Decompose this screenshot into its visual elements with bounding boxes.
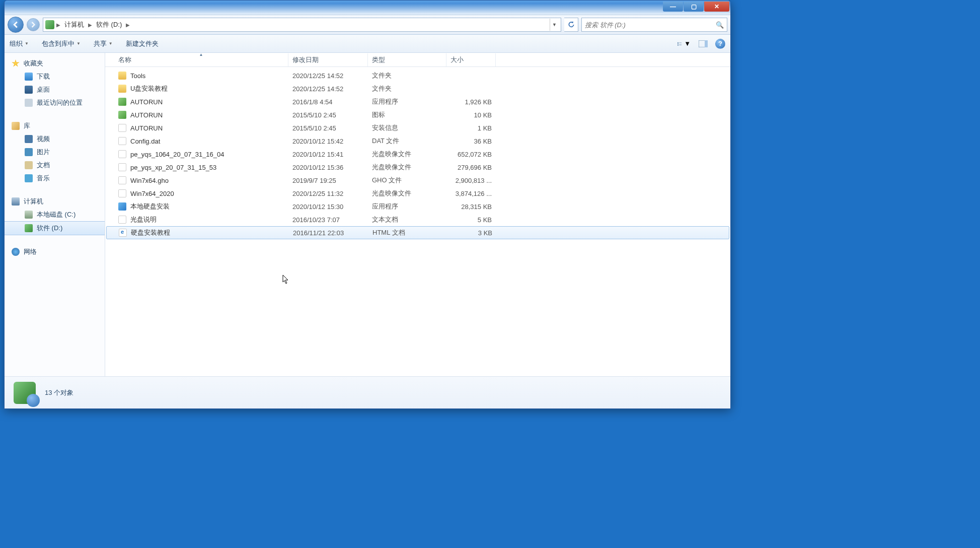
sidebar-item-label: 音乐 [37,174,50,183]
sidebar-item-desktop[interactable]: 桌面 [5,83,105,96]
sidebar-item-recent[interactable]: 最近访问的位置 [5,96,105,109]
file-type: 图标 [368,110,446,119]
file-row[interactable]: 光盘说明2016/10/23 7:07文本文档5 KB [105,213,730,226]
file-type: 应用程序 [368,97,446,106]
file-row[interactable]: Win7x64.gho2019/9/7 19:25GHO 文件2,900,813… [105,174,730,187]
file-size: 5 KB [446,216,496,224]
search-box[interactable]: 🔍 [581,18,727,32]
sidebar-item-documents[interactable]: 文档 [5,159,105,172]
column-header-date[interactable]: 修改日期 [288,53,368,66]
sidebar-item-label: 视频 [37,134,50,144]
file-row[interactable]: AUTORUN2015/5/10 2:45图标10 KB [105,108,730,121]
preview-pane-button[interactable] [696,38,710,50]
forward-button[interactable] [27,18,40,31]
file-name: Tools [130,72,145,80]
file-date: 2016/1/8 4:54 [288,98,368,106]
column-header-name[interactable]: ▲ 名称 [114,53,288,66]
maximize-button[interactable]: ▢ [684,2,704,12]
file-type-icon [118,85,126,93]
include-in-library-button[interactable]: 包含到库中▼ [42,39,81,48]
sidebar-label: 计算机 [24,197,43,206]
refresh-icon [568,21,575,28]
sidebar-item-downloads[interactable]: 下载 [5,70,105,83]
new-folder-button[interactable]: 新建文件夹 [126,39,159,48]
share-button[interactable]: 共享▼ [94,39,113,48]
refresh-button[interactable] [564,18,578,32]
breadcrumb-item[interactable]: 软件 (D:) [94,19,124,30]
file-date: 2016/11/21 22:03 [289,229,368,237]
chevron-down-icon: ▼ [109,41,113,46]
file-type: 光盘映像文件 [368,150,446,159]
file-type: GHO 文件 [368,176,446,185]
file-row[interactable]: AUTORUN2016/1/8 4:54应用程序1,926 KB [105,95,730,108]
file-row[interactable]: 硬盘安装教程2016/11/21 22:03HTML 文档3 KB [106,226,729,239]
sidebar-item-pictures[interactable]: 图片 [5,146,105,159]
sidebar-group-libraries: 库 视频 图片 文档 音乐 [5,119,105,185]
chevron-right-icon[interactable]: ▶ [126,22,130,28]
close-button[interactable]: ✕ [704,2,729,12]
sidebar-item-drive-c[interactable]: 本地磁盘 (C:) [5,208,105,221]
document-icon [25,161,33,169]
chevron-right-icon[interactable]: ▶ [88,22,92,28]
minimize-button[interactable]: — [663,2,683,12]
address-bar[interactable]: ▶ 计算机 ▶ 软件 (D:) ▶ ▼ [43,18,561,32]
breadcrumb-item[interactable]: 计算机 [62,19,86,30]
file-name: Win7x64_2020 [130,190,174,197]
sidebar-libraries-header[interactable]: 库 [5,119,105,132]
file-date: 2020/10/12 15:42 [288,138,368,145]
file-size: 10 KB [446,111,496,119]
file-row[interactable]: pe_yqs_xp_20_07_31_15_532020/10/12 15:36… [105,161,730,174]
file-type: 文本文档 [368,215,446,224]
file-size: 36 KB [446,138,496,145]
sidebar-item-label: 最近访问的位置 [37,98,83,107]
file-type-icon [118,202,126,211]
status-text: 13 个对象 [45,388,73,397]
chevron-down-icon: ▼ [77,41,81,46]
search-input[interactable] [585,21,714,29]
file-type: DAT 文件 [368,136,446,146]
address-dropdown[interactable]: ▼ [550,19,559,31]
sidebar-network-header[interactable]: 网络 [5,245,105,258]
network-icon [12,248,20,256]
file-row[interactable]: AUTORUN2015/5/10 2:45安装信息1 KB [105,121,730,134]
file-row[interactable]: Tools2020/12/25 14:52文件夹 [105,69,730,82]
search-icon[interactable]: 🔍 [716,21,724,29]
file-date: 2020/12/25 14:52 [288,85,368,93]
star-icon [12,59,20,67]
file-list-pane: ▲ 名称 修改日期 类型 大小 Tools2020/12/25 14:52文件夹… [105,53,730,376]
file-row[interactable]: Config.dat2020/10/12 15:42DAT 文件36 KB [105,134,730,148]
view-mode-button[interactable]: ▼ [677,38,691,50]
sidebar-favorites-header[interactable]: 收藏夹 [5,57,105,70]
toolbar-right: ▼ ? [677,38,725,50]
sort-ascending-icon: ▲ [199,53,203,57]
column-header-size[interactable]: 大小 [446,53,496,66]
file-type-icon [118,176,126,184]
drive-icon [25,211,33,219]
sidebar-item-music[interactable]: 音乐 [5,172,105,185]
sidebar-item-drive-d[interactable]: 软件 (D:) [5,221,105,235]
body: 收藏夹 下载 桌面 最近访问的位置 库 视频 图片 文档 音乐 计算机 [5,53,730,376]
svg-rect-1 [679,42,682,43]
file-row[interactable]: Win7x64_20202020/12/25 11:32光盘映像文件3,874,… [105,187,730,200]
organize-button[interactable]: 组织▼ [10,39,29,48]
sidebar-item-label: 软件 (D:) [37,224,62,233]
file-size: 2,900,813 ... [446,177,496,184]
file-date: 2020/10/12 15:41 [288,151,368,158]
file-row[interactable]: 本地硬盘安装2020/10/12 15:30应用程序28,315 KB [105,200,730,213]
sidebar-computer-header[interactable]: 计算机 [5,195,105,208]
svg-rect-7 [705,40,708,47]
help-button[interactable]: ? [715,39,725,49]
back-button[interactable] [8,17,24,33]
file-row[interactable]: U盘安装教程2020/12/25 14:52文件夹 [105,82,730,95]
sidebar-item-label: 本地磁盘 (C:) [37,210,76,219]
file-size: 1,926 KB [446,98,496,106]
sidebar-item-videos[interactable]: 视频 [5,132,105,146]
file-type-icon [118,72,126,80]
file-row[interactable]: pe_yqs_1064_20_07_31_16_042020/10/12 15:… [105,148,730,161]
file-type-icon [118,137,126,145]
download-icon [25,73,33,81]
chevron-right-icon[interactable]: ▶ [56,22,60,28]
sidebar-item-label: 桌面 [37,85,50,94]
column-header-type[interactable]: 类型 [368,53,446,66]
file-name: U盘安装教程 [130,84,168,93]
